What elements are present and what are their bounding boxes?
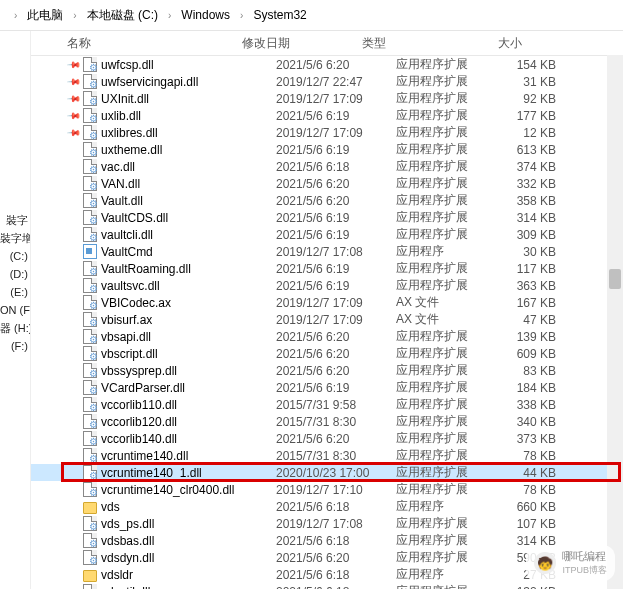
column-type[interactable]: 类型	[362, 35, 452, 52]
file-size: 30 KB	[486, 245, 566, 259]
file-row[interactable]: vaultsvc.dll2021/5/6 6:19应用程序扩展363 KB	[31, 277, 623, 294]
dll-icon	[83, 347, 97, 361]
file-row[interactable]: vcruntime140_clr0400.dll2019/12/7 17:10应…	[31, 481, 623, 498]
file-row[interactable]: vccorlib110.dll2015/7/31 9:58应用程序扩展338 K…	[31, 396, 623, 413]
chevron-right-icon: ›	[164, 10, 175, 21]
file-name: vaultsvc.dll	[67, 279, 276, 293]
file-row[interactable]: vcruntime140_1.dll2020/10/23 17:00应用程序扩展…	[31, 464, 623, 481]
sidebar-item[interactable]: 裝字	[0, 211, 30, 229]
dll-icon	[83, 330, 97, 344]
file-row[interactable]: vcruntime140.dll2015/7/31 8:30应用程序扩展78 K…	[31, 447, 623, 464]
file-name: vdsbas.dll	[67, 534, 276, 548]
breadcrumb-item[interactable]: 本地磁盘 (C:)	[83, 5, 162, 26]
file-row[interactable]: VAN.dll2021/5/6 6:20应用程序扩展332 KB	[31, 175, 623, 192]
file-row[interactable]: VaultCmd2019/12/7 17:08应用程序30 KB	[31, 243, 623, 260]
dll-icon	[83, 449, 97, 463]
file-name: VBICodec.ax	[67, 296, 276, 310]
file-row[interactable]: vbisurf.ax2019/12/7 17:09AX 文件47 KB	[31, 311, 623, 328]
file-size: 177 KB	[486, 109, 566, 123]
file-row[interactable]: vbscript.dll2021/5/6 6:20应用程序扩展609 KB	[31, 345, 623, 362]
sidebar-item[interactable]: (D:)	[0, 265, 30, 283]
file-size: 374 KB	[486, 160, 566, 174]
dll-icon	[83, 534, 97, 548]
file-date: 2021/5/6 6:20	[276, 364, 396, 378]
file-row[interactable]: 📌uxlib.dll2021/5/6 6:19应用程序扩展177 KB	[31, 107, 623, 124]
file-row[interactable]: uxtheme.dll2021/5/6 6:19应用程序扩展613 KB	[31, 141, 623, 158]
sidebar-item[interactable]: 裝字增加榜	[0, 229, 30, 247]
nav-sidebar[interactable]: 裝字裝字增加榜(C:)(D:)(E:)ON (F:)器 (H:) C(F:)	[0, 31, 31, 589]
file-name: vbscript.dll	[67, 347, 276, 361]
file-size: 44 KB	[486, 466, 566, 480]
column-name[interactable]: 名称	[67, 35, 242, 52]
column-size[interactable]: 大小	[452, 35, 532, 52]
file-type: 应用程序扩展	[396, 141, 486, 158]
file-date: 2021/5/6 6:18	[276, 500, 396, 514]
sidebar-item[interactable]: (F:)	[0, 337, 30, 355]
file-type: 应用程序扩展	[396, 226, 486, 243]
file-row[interactable]: VBICodec.ax2019/12/7 17:09AX 文件167 KB	[31, 294, 623, 311]
breadcrumb-item[interactable]: Windows	[177, 6, 234, 24]
file-row[interactable]: vdsutil.dll2021/5/6 6:18应用程序扩展132 KB	[31, 583, 623, 589]
vertical-scrollbar[interactable]	[607, 55, 623, 589]
file-row[interactable]: vds2021/5/6 6:18应用程序660 KB	[31, 498, 623, 515]
breadcrumb[interactable]: › 此电脑 › 本地磁盘 (C:) › Windows › System32	[0, 0, 623, 31]
file-row[interactable]: VaultRoaming.dll2021/5/6 6:19应用程序扩展117 K…	[31, 260, 623, 277]
file-row[interactable]: vbssysprep.dll2021/5/6 6:20应用程序扩展83 KB	[31, 362, 623, 379]
file-name: VAN.dll	[67, 177, 276, 191]
file-name: vccorlib120.dll	[67, 415, 276, 429]
file-row[interactable]: 📌uxlibres.dll2019/12/7 17:09应用程序扩展12 KB	[31, 124, 623, 141]
file-type: 应用程序扩展	[396, 447, 486, 464]
file-type: 应用程序扩展	[396, 583, 486, 589]
file-list-panel: 名称 修改日期 类型 大小 📌uwfcsp.dll2021/5/6 6:20应用…	[31, 31, 623, 589]
file-date: 2019/12/7 17:09	[276, 126, 396, 140]
file-row[interactable]: 📌uwfcsp.dll2021/5/6 6:20应用程序扩展154 KB	[31, 56, 623, 73]
file-date: 2019/12/7 17:08	[276, 245, 396, 259]
chevron-right-icon: ›	[10, 10, 21, 21]
scroll-thumb[interactable]	[609, 269, 621, 289]
breadcrumb-item[interactable]: 此电脑	[23, 5, 67, 26]
sidebar-item[interactable]: (C:)	[0, 247, 30, 265]
file-type: 应用程序扩展	[396, 277, 486, 294]
exe-icon	[83, 245, 97, 259]
file-type: 应用程序扩展	[396, 532, 486, 549]
file-row[interactable]: VaultCDS.dll2021/5/6 6:19应用程序扩展314 KB	[31, 209, 623, 226]
file-row[interactable]: Vault.dll2021/5/6 6:20应用程序扩展358 KB	[31, 192, 623, 209]
column-date[interactable]: 修改日期	[242, 35, 362, 52]
file-row[interactable]: vccorlib120.dll2015/7/31 8:30应用程序扩展340 K…	[31, 413, 623, 430]
dll-icon	[83, 109, 97, 123]
column-headers[interactable]: 名称 修改日期 类型 大小	[31, 31, 623, 56]
sidebar-item[interactable]: (E:)	[0, 283, 30, 301]
file-type: 应用程序扩展	[396, 107, 486, 124]
sidebar-item[interactable]: ON (F:)	[0, 301, 30, 319]
file-type: 应用程序扩展	[396, 192, 486, 209]
file-size: 92 KB	[486, 92, 566, 106]
file-row[interactable]: vds_ps.dll2019/12/7 17:08应用程序扩展107 KB	[31, 515, 623, 532]
file-type: 应用程序扩展	[396, 362, 486, 379]
file-list[interactable]: 📌uwfcsp.dll2021/5/6 6:20应用程序扩展154 KB📌uwf…	[31, 56, 623, 589]
file-size: 83 KB	[486, 364, 566, 378]
breadcrumb-item[interactable]: System32	[249, 6, 310, 24]
file-name: vbssysprep.dll	[67, 364, 276, 378]
file-size: 139 KB	[486, 330, 566, 344]
dll-icon	[83, 466, 97, 480]
file-type: 应用程序扩展	[396, 158, 486, 175]
file-row[interactable]: vaultcli.dll2021/5/6 6:19应用程序扩展309 KB	[31, 226, 623, 243]
file-row[interactable]: 📌uwfservicingapi.dll2019/12/7 22:47应用程序扩…	[31, 73, 623, 90]
file-date: 2019/12/7 17:10	[276, 483, 396, 497]
file-date: 2019/12/7 22:47	[276, 75, 396, 89]
chevron-right-icon: ›	[69, 10, 80, 21]
sidebar-item[interactable]: 器 (H:) C	[0, 319, 30, 337]
file-row[interactable]: vccorlib140.dll2021/5/6 6:20应用程序扩展373 KB	[31, 430, 623, 447]
file-row[interactable]: 📌UXInit.dll2019/12/7 17:09应用程序扩展92 KB	[31, 90, 623, 107]
file-size: 107 KB	[486, 517, 566, 531]
file-name: VaultRoaming.dll	[67, 262, 276, 276]
file-row[interactable]: vbsapi.dll2021/5/6 6:20应用程序扩展139 KB	[31, 328, 623, 345]
file-date: 2019/12/7 17:08	[276, 517, 396, 531]
dll-icon	[83, 160, 97, 174]
file-type: 应用程序	[396, 243, 486, 260]
file-date: 2021/5/6 6:18	[276, 568, 396, 582]
file-type: 应用程序扩展	[396, 413, 486, 430]
file-row[interactable]: VCardParser.dll2021/5/6 6:19应用程序扩展184 KB	[31, 379, 623, 396]
file-date: 2021/5/6 6:20	[276, 347, 396, 361]
file-row[interactable]: vac.dll2021/5/6 6:18应用程序扩展374 KB	[31, 158, 623, 175]
